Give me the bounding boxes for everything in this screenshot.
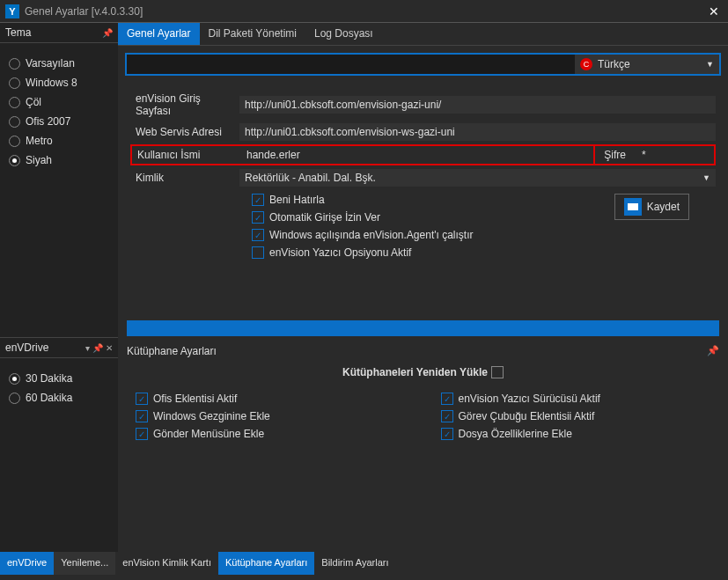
username-input[interactable]: hande.erler bbox=[241, 146, 593, 164]
panel-icons[interactable]: ▾ 📌 ✕ bbox=[85, 343, 113, 353]
envdrive-panel-header: enVDrive ▾ 📌 ✕ bbox=[0, 337, 118, 358]
theme-option[interactable]: Windows 8 bbox=[9, 77, 109, 89]
progress-bar bbox=[127, 320, 719, 336]
envdrive-option[interactable]: 60 Dakika bbox=[9, 392, 109, 404]
login-page-label: enVision Giriş Sayfası bbox=[130, 90, 239, 120]
library-checkbox[interactable]: ✓Görev Çubuğu Eklentisii Aktif bbox=[441, 410, 711, 422]
envdrive-option[interactable]: 30 Dakika bbox=[9, 372, 109, 385]
library-checkbox[interactable]: ✓Ofis Eklentisi Aktif bbox=[136, 393, 406, 405]
tab-language-pack[interactable]: Dil Paketi Yönetimi bbox=[200, 23, 306, 45]
credentials-row: Kullanıcı İsmi hande.erler Şifre * bbox=[130, 144, 716, 165]
theme-option[interactable]: Siyah bbox=[9, 154, 109, 166]
panel-pin-icon[interactable]: 📌 bbox=[102, 28, 113, 38]
library-checkbox[interactable]: ✓Gönder Menüsüne Ekle bbox=[136, 428, 406, 440]
envdrive-title: enVDrive bbox=[5, 341, 85, 354]
app-logo-icon: Y bbox=[5, 4, 19, 18]
main-panel: Genel Ayarlar Dil Paketi Yönetimi Log Do… bbox=[118, 23, 728, 552]
chevron-down-icon: ▼ bbox=[702, 173, 710, 182]
tab-log-file[interactable]: Log Dosyası bbox=[305, 23, 382, 45]
save-icon bbox=[624, 198, 642, 216]
language-select[interactable]: C Türkçe ▼ bbox=[575, 55, 719, 74]
password-label: Şifre bbox=[595, 146, 635, 164]
bottom-tabs: enVDrive Yenileme... enVision Kimlik Kar… bbox=[0, 552, 728, 575]
identity-label: Kimlik bbox=[130, 169, 239, 187]
reload-libraries-row[interactable]: Kütüphaneleri Yeniden Yükle bbox=[118, 366, 728, 378]
identity-value: Rektörlük - Anabil. Dal. Bşk. bbox=[245, 172, 376, 184]
username-label: Kullanıcı İsmi bbox=[132, 146, 241, 164]
webservice-input[interactable]: http://uni01.cbksoft.com/envision-ws-gaz… bbox=[239, 123, 716, 141]
winstart-checkbox[interactable]: ✓Windows açılışında enVision.Agent'ı çal… bbox=[252, 229, 716, 241]
theme-panel-header: Tema 📌 bbox=[0, 23, 118, 43]
password-input[interactable]: * bbox=[635, 146, 714, 164]
language-row: C Türkçe ▼ bbox=[125, 53, 721, 76]
login-page-input[interactable]: http://uni01.cbksoft.com/envision-gazi-u… bbox=[239, 96, 716, 114]
library-checkbox[interactable]: ✓Dosya Özelliklerine Ekle bbox=[441, 428, 711, 440]
reload-label: Kütüphaneleri Yeniden Yükle bbox=[342, 366, 488, 378]
window-title: Genel Ayarlar [v.4.0.3.30] bbox=[25, 5, 705, 18]
identity-select[interactable]: Rektörlük - Anabil. Dal. Bşk. ▼ bbox=[239, 169, 716, 187]
tab-general[interactable]: Genel Ayarlar bbox=[118, 23, 200, 45]
library-title: Kütüphane Ayarları bbox=[127, 345, 707, 357]
theme-option[interactable]: Çöl bbox=[9, 96, 109, 108]
panel-pin-icon[interactable]: 📌 bbox=[707, 345, 719, 357]
close-icon[interactable]: ✕ bbox=[705, 4, 723, 18]
language-value: Türkçe bbox=[598, 58, 630, 70]
top-tabs: Genel Ayarlar Dil Paketi Yönetimi Log Do… bbox=[118, 23, 728, 46]
library-checkbox[interactable]: ✓Windows Gezginine Ekle bbox=[136, 410, 406, 422]
theme-title: Tema bbox=[5, 26, 102, 39]
save-button[interactable]: Kaydet bbox=[614, 194, 689, 220]
theme-option[interactable]: Metro bbox=[9, 135, 109, 147]
bottom-tab-refresh[interactable]: Yenileme... bbox=[54, 552, 115, 575]
settings-form: enVision Giriş Sayfası http://uni01.cbks… bbox=[118, 83, 728, 268]
reload-checkbox[interactable] bbox=[491, 366, 504, 378]
flag-icon: C bbox=[580, 58, 592, 70]
theme-options: VarsayılanWindows 8ÇölOfis 2007MetroSiya… bbox=[0, 43, 118, 197]
title-bar: Y Genel Ayarlar [v.4.0.3.30] ✕ bbox=[0, 0, 728, 23]
bottom-tab-envdrive[interactable]: enVDrive bbox=[0, 552, 54, 575]
bottom-tab-library[interactable]: Kütüphane Ayarları bbox=[218, 552, 314, 575]
theme-option[interactable]: Ofis 2007 bbox=[9, 115, 109, 128]
theme-option[interactable]: Varsayılan bbox=[9, 57, 109, 70]
bottom-tab-notifications[interactable]: Bildirim Ayarları bbox=[314, 552, 395, 575]
library-header: Kütüphane Ayarları 📌 bbox=[118, 341, 728, 361]
save-label: Kaydet bbox=[647, 201, 680, 213]
envdrive-options: 30 Dakika60 Dakika bbox=[0, 358, 118, 552]
webservice-label: Web Servis Adresi bbox=[130, 123, 239, 141]
bottom-tab-idcard[interactable]: enVision Kimlik Kartı bbox=[115, 552, 218, 575]
library-checkbox[interactable]: ✓enVision Yazıcı Sürücüsü Aktif bbox=[441, 393, 711, 405]
checkbox-block: Kaydet ✓Beni Hatırla ✓Otomatik Girişe İz… bbox=[252, 194, 716, 259]
printer-checkbox[interactable]: enVision Yazıcı Opsiyonu Aktif bbox=[252, 246, 716, 259]
search-input[interactable] bbox=[127, 55, 575, 74]
sidebar: Tema 📌 VarsayılanWindows 8ÇölOfis 2007Me… bbox=[0, 23, 118, 552]
library-columns: ✓Ofis Eklentisi Aktif✓Windows Gezginine … bbox=[118, 384, 728, 449]
chevron-down-icon: ▼ bbox=[706, 60, 714, 69]
